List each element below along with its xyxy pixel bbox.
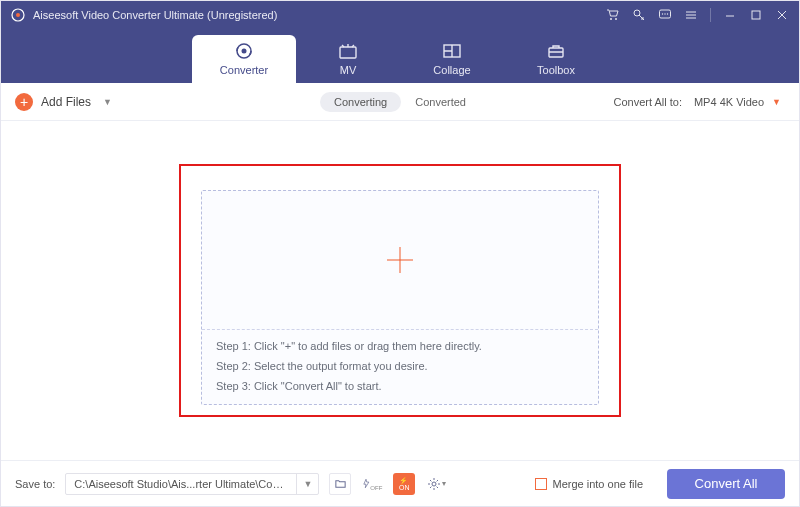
converter-icon <box>234 42 254 60</box>
svg-point-11 <box>242 49 247 54</box>
save-path-selector[interactable]: C:\Aiseesoft Studio\Ais...rter Ultimate\… <box>65 473 319 495</box>
save-path-text: C:\Aiseesoft Studio\Ais...rter Ultimate\… <box>66 478 296 490</box>
add-files-label: Add Files <box>41 95 91 109</box>
status-segment: Converting Converted <box>320 92 480 112</box>
svg-point-8 <box>667 13 668 14</box>
key-icon[interactable] <box>632 8 646 22</box>
menu-icon[interactable] <box>684 8 698 22</box>
format-selector[interactable]: MP4 4K Video ▼ <box>690 94 785 110</box>
bottom-bar: Save to: C:\Aiseesoft Studio\Ais...rter … <box>1 460 799 506</box>
svg-rect-12 <box>340 47 356 58</box>
system-icons <box>606 8 789 22</box>
add-files-button[interactable]: + Add Files ▼ <box>15 93 112 111</box>
minimize-icon[interactable] <box>723 8 737 22</box>
plus-icon: + <box>15 93 33 111</box>
step-1-text: Step 1: Click "+" to add files or drag t… <box>216 340 584 352</box>
hardware-accel-button[interactable]: OFF <box>361 473 383 495</box>
step-2-text: Step 2: Select the output format you des… <box>216 360 584 372</box>
instructions: Step 1: Click "+" to add files or drag t… <box>202 329 598 404</box>
maximize-icon[interactable] <box>749 8 763 22</box>
toolbox-icon <box>546 42 566 60</box>
svg-point-1 <box>16 13 20 17</box>
checkbox-icon <box>535 478 547 490</box>
svg-point-6 <box>662 13 663 14</box>
merge-checkbox[interactable]: Merge into one file <box>535 478 644 490</box>
tab-mv[interactable]: MV <box>296 35 400 83</box>
tab-label: Toolbox <box>537 64 575 76</box>
drop-zone-click-area[interactable] <box>202 191 598 329</box>
open-folder-button[interactable] <box>329 473 351 495</box>
add-plus-icon <box>387 247 413 273</box>
chevron-down-icon: ▼ <box>103 97 112 107</box>
toolbar: + Add Files ▼ Converting Converted Conve… <box>1 83 799 121</box>
save-to-label: Save to: <box>15 478 55 490</box>
main-area: Step 1: Click "+" to add files or drag t… <box>1 121 799 460</box>
format-selected: MP4 4K Video <box>694 96 764 108</box>
chat-icon[interactable] <box>658 8 672 22</box>
svg-point-3 <box>615 18 617 20</box>
chevron-down-icon: ▼ <box>772 97 781 107</box>
close-icon[interactable] <box>775 8 789 22</box>
top-nav: Converter MV Collage Toolbox <box>1 29 799 83</box>
convert-all-button[interactable]: Convert All <box>667 469 785 499</box>
segment-converted[interactable]: Converted <box>401 92 480 112</box>
mv-icon <box>338 42 358 60</box>
app-logo-icon <box>11 8 25 22</box>
tab-converter[interactable]: Converter <box>192 35 296 83</box>
tab-label: Converter <box>220 64 268 76</box>
svg-point-7 <box>664 13 665 14</box>
segment-converting[interactable]: Converting <box>320 92 401 112</box>
app-title: Aiseesoft Video Converter Ultimate (Unre… <box>33 9 277 21</box>
separator <box>710 8 711 22</box>
cart-icon[interactable] <box>606 8 620 22</box>
svg-point-15 <box>432 482 436 486</box>
highlight-frame: Step 1: Click "+" to add files or drag t… <box>179 164 621 417</box>
svg-point-2 <box>610 18 612 20</box>
collage-icon <box>442 42 462 60</box>
tab-collage[interactable]: Collage <box>400 35 504 83</box>
tab-label: MV <box>340 64 357 76</box>
step-3-text: Step 3: Click "Convert All" to start. <box>216 380 584 392</box>
tab-toolbox[interactable]: Toolbox <box>504 35 608 83</box>
convert-all-to-label: Convert All to: <box>613 96 681 108</box>
tab-label: Collage <box>433 64 470 76</box>
drop-zone[interactable]: Step 1: Click "+" to add files or drag t… <box>201 190 599 405</box>
chevron-down-icon[interactable]: ▼ <box>296 473 318 495</box>
settings-button[interactable]: ▾ <box>425 473 447 495</box>
titlebar: Aiseesoft Video Converter Ultimate (Unre… <box>1 1 799 29</box>
merge-label: Merge into one file <box>553 478 644 490</box>
app-window: Aiseesoft Video Converter Ultimate (Unre… <box>0 0 800 507</box>
svg-rect-9 <box>752 11 760 19</box>
high-speed-button[interactable]: ⚡ON <box>393 473 415 495</box>
